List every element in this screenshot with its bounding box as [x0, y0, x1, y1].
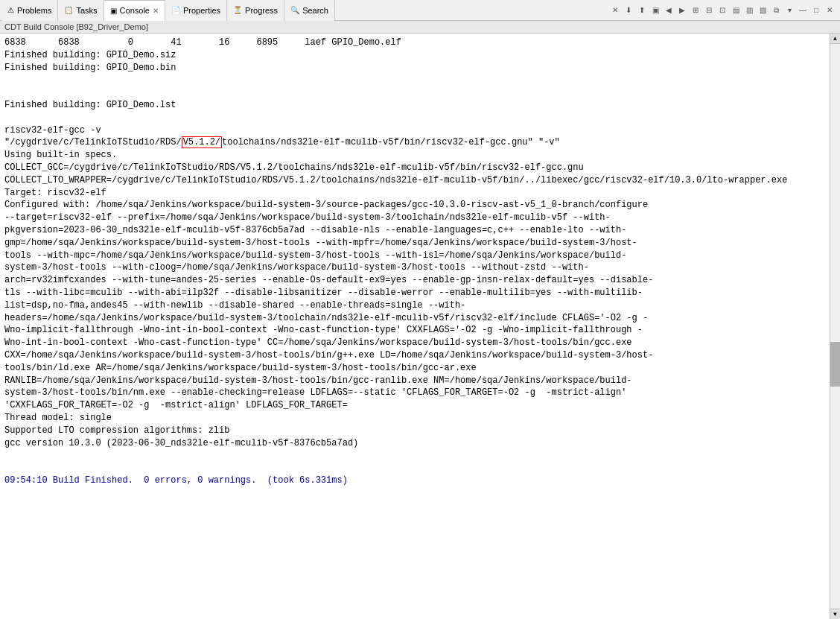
vertical-scrollbar[interactable]: ▲ ▼	[830, 34, 840, 619]
build-status-text: 09:54:10 Build Finished. 0 errors, 0 war…	[4, 475, 348, 486]
window-maximize-icon[interactable]: □	[810, 4, 822, 16]
progress-icon: ⏳	[233, 6, 242, 14]
view-grid-icon[interactable]: ⊞	[690, 4, 701, 16]
console-view-menu-icon[interactable]: ▣	[649, 4, 661, 16]
tab-search-label: Search	[302, 6, 328, 15]
problems-icon: ⚠	[7, 6, 14, 14]
properties-icon: 📄	[171, 6, 180, 14]
console-title-bar: CDT Build Console [B92_Driver_Demo]	[0, 21, 840, 34]
tab-bar: ⚠ Problems 📋 Tasks ▣ Console ✕ 📄 Propert…	[0, 0, 840, 21]
tab-search[interactable]: 🔍 Search	[284, 0, 335, 21]
navigation-back-icon[interactable]: ◀	[663, 4, 675, 16]
view-toggle-icon[interactable]: ▧	[757, 4, 769, 16]
console-title-text: CDT Build Console [B92_Driver_Demo]	[4, 22, 148, 31]
new-window-icon[interactable]: ⧉	[770, 4, 782, 16]
tab-problems-label: Problems	[17, 6, 51, 15]
view-options-icon[interactable]: ▾	[783, 4, 795, 16]
tab-progress-label: Progress	[245, 6, 278, 15]
tab-bar-actions: ✕ ⬇ ⬆ ▣ ◀ ▶ ⊞ ⊟ ⊡ ▤ ▥ ▧ ⧉ ▾ — □ ✕	[606, 4, 839, 16]
console-icon: ▣	[110, 7, 117, 15]
maximize-view-icon[interactable]: ⬆	[636, 4, 648, 16]
scroll-down-arrow[interactable]: ▼	[830, 609, 840, 619]
tab-tasks-label: Tasks	[76, 6, 97, 15]
tab-properties[interactable]: 📄 Properties	[165, 0, 227, 21]
search-icon: 🔍	[290, 6, 299, 14]
tab-console-label: Console	[120, 6, 150, 15]
tab-console[interactable]: ▣ Console ✕	[104, 0, 165, 21]
console-output: 6838 6838 0 41 16 6895 laef GPIO_Demo.el…	[0, 34, 830, 619]
view-grid2-icon[interactable]: ⊟	[703, 4, 715, 16]
view-grid3-icon[interactable]: ⊡	[716, 4, 728, 16]
window-minimize-icon[interactable]: —	[797, 4, 809, 16]
console-line-1: 6838 6838 0 41 16 6895 laef GPIO_Demo.el…	[4, 37, 787, 486]
tab-progress[interactable]: ⏳ Progress	[227, 0, 284, 21]
scroll-thumb[interactable]	[830, 342, 840, 387]
window-close-icon[interactable]: ✕	[824, 4, 836, 16]
navigation-fwd-icon[interactable]: ▶	[676, 4, 688, 16]
tab-properties-label: Properties	[183, 6, 220, 15]
tab-tasks[interactable]: 📋 Tasks	[58, 0, 104, 21]
console-close-icon[interactable]: ✕	[153, 7, 159, 15]
scroll-up-arrow[interactable]: ▲	[830, 34, 840, 44]
minimize-view-icon[interactable]: ⬇	[623, 4, 634, 16]
view-grid4-icon[interactable]: ▤	[730, 4, 742, 16]
version-highlight: V5.1.2/	[182, 136, 222, 148]
tasks-icon: 📋	[64, 6, 73, 14]
view-grid5-icon[interactable]: ▥	[743, 4, 755, 16]
close-view-icon[interactable]: ✕	[609, 4, 621, 16]
tab-problems[interactable]: ⚠ Problems	[1, 0, 58, 21]
console-wrapper: 6838 6838 0 41 16 6895 laef GPIO_Demo.el…	[0, 34, 840, 619]
